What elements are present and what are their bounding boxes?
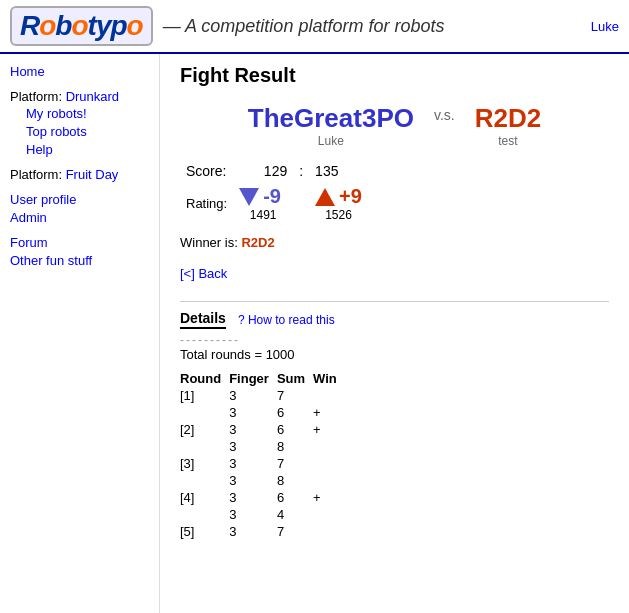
details-tab: Details [180,310,226,329]
round-label: [3] [180,455,229,472]
col-sum: Sum [277,370,313,387]
logo-area: Robotypo — A competition platform for ro… [10,6,444,46]
fight-stats-table: Score: 129 : 135 Rating: -9 1491 [180,160,368,225]
table-row: [3] 3 7 [180,455,345,472]
round-label-empty [180,404,229,421]
user-link[interactable]: Luke [591,19,619,34]
win-val2: + [313,404,345,421]
dashes: ---------- [180,333,609,347]
players-row: TheGreat3PO Luke v.s. R2D2 test [180,103,609,148]
winner-text: Winner is: R2D2 [180,235,609,250]
sum-val: 7 [277,387,313,404]
win-val [313,455,345,472]
sidebar-item-user-profile[interactable]: User profile [10,192,149,207]
divider [180,301,609,302]
sidebar-item-admin[interactable]: Admin [10,210,149,225]
player-right-col: R2D2 test [475,103,541,148]
sidebar-item-my-robots[interactable]: My robots! [26,106,149,121]
sidebar-item-help[interactable]: Help [26,142,149,157]
score-colon: : [293,160,309,182]
arrow-down-icon [239,188,259,206]
sum-val: 7 [277,455,313,472]
winner-name: R2D2 [241,235,274,250]
finger-val: 3 [229,455,277,472]
round-label-empty [180,438,229,455]
col-finger: Finger [229,370,277,387]
rating-right-cell: +9 1526 [309,182,368,225]
logo: Robotypo [10,6,153,46]
back-link[interactable]: [<] Back [180,266,227,281]
win-val: + [313,421,345,438]
score-right: 135 [309,160,368,182]
player-right-sub: test [475,134,541,148]
sum-val2: 6 [277,404,313,421]
finger-val2: 3 [229,506,277,523]
round-label: [2] [180,421,229,438]
player-left-col: TheGreat3PO Luke [248,103,414,148]
rounds-header-row: Round Finger Sum Win [180,370,345,387]
rating-right-value: +9 [315,185,362,208]
rating-row: Rating: -9 1491 +9 1526 [180,182,368,225]
sidebar-item-home[interactable]: Home [10,64,149,79]
sum-val2 [277,540,313,542]
player-left-sub: Luke [248,134,414,148]
rating-left-number: -9 [263,185,281,208]
round-label-empty [180,506,229,523]
sidebar-item-top-robots[interactable]: Top robots [26,124,149,139]
total-rounds: Total rounds = 1000 [180,347,609,362]
details-header: Details ? How to read this [180,310,609,329]
col-win: Win [313,370,345,387]
sum-val: 6 [277,489,313,506]
table-row: [5] 3 7 [180,523,345,540]
score-left: 129 [233,160,293,182]
rating-left-value: -9 [239,185,287,208]
platform-drunkard-link[interactable]: Drunkard [66,89,119,104]
rating-spacer [293,182,309,225]
win-val: + [313,489,345,506]
win-val [313,387,345,404]
table-row: 3 4 [180,506,345,523]
table-row: [4] 3 6 + [180,489,345,506]
arrow-up-icon [315,188,335,206]
table-row: 3 8 [180,438,345,455]
rating-right-number: +9 [339,185,362,208]
sidebar-item-forum[interactable]: Forum [10,235,149,250]
tagline: — A competition platform for robots [163,16,445,37]
rating-left-sub: 1491 [239,208,287,222]
finger-val: 3 [229,421,277,438]
col-round: Round [180,370,229,387]
page-title: Fight Result [180,64,609,87]
player-right-name: R2D2 [475,103,541,134]
sum-val2: 8 [277,472,313,489]
finger-val2: 3 [229,404,277,421]
vs-text: v.s. [434,103,455,148]
finger-val2 [229,540,277,542]
win-val2 [313,506,345,523]
sidebar-item-other-fun-stuff[interactable]: Other fun stuff [10,253,149,268]
table-row: 3 8 [180,472,345,489]
win-val2 [313,540,345,542]
platform-fruitday-link[interactable]: Fruit Day [66,167,119,182]
win-val [313,523,345,540]
finger-val2: 3 [229,438,277,455]
rating-label: Rating: [180,182,233,225]
sidebar: Home Platform: Drunkard My robots! Top r… [0,54,160,613]
how-to-read-link[interactable]: ? How to read this [238,313,335,327]
score-label: Score: [180,160,233,182]
win-val2 [313,472,345,489]
rating-right-sub: 1526 [315,208,362,222]
finger-val: 3 [229,489,277,506]
sidebar-platform-drunkard: Platform: Drunkard [10,89,149,104]
sidebar-platform-fruitday: Platform: Fruit Day [10,167,149,182]
win-val2 [313,438,345,455]
finger-val: 3 [229,387,277,404]
score-row: Score: 129 : 135 [180,160,368,182]
round-label: [1] [180,387,229,404]
table-row: 3 6 + [180,404,345,421]
sum-val: 6 [277,421,313,438]
details-section: Details ? How to read this ---------- To… [180,310,609,542]
round-label-empty [180,540,229,542]
sum-val2: 4 [277,506,313,523]
round-label: [4] [180,489,229,506]
sum-val: 7 [277,523,313,540]
